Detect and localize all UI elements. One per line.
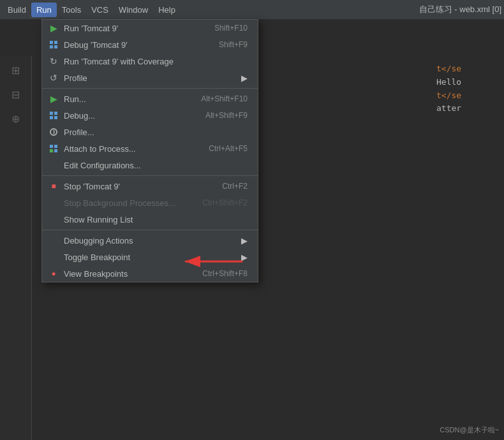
toggle-breakpoint-icon <box>47 252 60 262</box>
code-line-1: t</se <box>436 62 501 76</box>
menu-item-debug-actions[interactable]: Debugging Actions ▶ <box>42 232 258 249</box>
view-breakpoints-label: View Breakpoints <box>64 269 177 279</box>
debug-actions-icon <box>47 235 60 246</box>
svg-rect-10 <box>54 145 57 148</box>
stop-bg-icon <box>47 198 60 208</box>
svg-rect-7 <box>54 116 57 119</box>
svg-rect-12 <box>54 149 57 152</box>
menu-item-run-coverage[interactable]: ↻ Run 'Tomcat 9' with Coverage <box>42 53 258 70</box>
edit-config-icon <box>47 160 60 170</box>
svg-rect-11 <box>50 149 53 152</box>
svg-rect-2 <box>50 45 53 48</box>
svg-rect-9 <box>50 145 53 148</box>
stop-bg-shortcut: Ctrl+Shift+F2 <box>202 198 248 207</box>
debug-tomcat-shortcut: Shift+F9 <box>219 40 248 49</box>
menu-item-profile[interactable]: ↺ Profile ▶ <box>42 70 258 86</box>
menu-item-toggle-breakpoint[interactable]: Toggle Breakpoint ▶ <box>42 249 258 265</box>
profile-arrow-icon: ▶ <box>241 73 248 83</box>
menu-item-debug-tomcat[interactable]: Debug 'Tomcat 9' Shift+F9 <box>42 36 258 53</box>
stop-icon: ■ <box>47 181 60 191</box>
separator-1 <box>42 88 258 89</box>
run-dropdown-menu: ▶ Run 'Tomcat 9' Shift+F10 Debug 'Tomcat… <box>41 19 258 282</box>
svg-rect-3 <box>54 45 57 48</box>
menu-item-run-tomcat[interactable]: ▶ Run 'Tomcat 9' Shift+F10 <box>42 20 258 36</box>
menubar-item-window[interactable]: Window <box>114 3 153 17</box>
menubar-item-run[interactable]: Run <box>31 3 57 17</box>
sidebar-left: ⊞ ⊟ ⊕ <box>0 56 32 440</box>
menu-item-profile-dots[interactable]: Profile... <box>42 124 258 140</box>
menubar: Build Run Tools VCS Window Help 自己练习 - w… <box>0 0 504 19</box>
profile-dots-label: Profile... <box>64 128 222 137</box>
profile-dots-icon <box>47 127 60 137</box>
svg-rect-1 <box>54 41 57 44</box>
csdn-branding: CSDN@是木子啦~ <box>440 425 499 435</box>
debug-tomcat-label: Debug 'Tomcat 9' <box>64 40 193 50</box>
menu-item-edit-config[interactable]: Edit Configurations... <box>42 157 258 173</box>
run-tomcat-label: Run 'Tomcat 9' <box>64 24 189 33</box>
code-area: t</se Hello t</se atter <box>434 56 504 440</box>
menubar-item-tools[interactable]: Tools <box>57 3 86 17</box>
debug-dots-label: Debug... <box>64 111 180 121</box>
run-coverage-label: Run 'Tomcat 9' with Coverage <box>64 57 222 66</box>
svg-rect-5 <box>54 112 57 115</box>
svg-point-8 <box>50 129 57 135</box>
menu-item-view-breakpoints[interactable]: ● View Breakpoints Ctrl+Shift+F8 <box>42 265 258 282</box>
menu-item-show-running[interactable]: Show Running List <box>42 211 258 228</box>
view-breakpoints-shortcut: Ctrl+Shift+F8 <box>202 269 248 278</box>
sidebar-icon-3[interactable]: ⊕ <box>6 108 26 129</box>
sidebar-icon-2[interactable]: ⊟ <box>6 84 26 105</box>
debug-actions-arrow-icon: ▶ <box>241 236 248 246</box>
menu-item-debug-dots[interactable]: Debug... Alt+Shift+F9 <box>42 107 258 124</box>
toggle-breakpoint-arrow-icon: ▶ <box>241 253 248 262</box>
window-title: 自己练习 - web.xml [0] <box>419 4 501 15</box>
run-dots-shortcut: Alt+Shift+F10 <box>201 94 248 103</box>
edit-config-label: Edit Configurations... <box>64 161 222 170</box>
menubar-item-build[interactable]: Build <box>3 3 31 17</box>
attach-icon <box>47 143 60 154</box>
menu-item-run-dots[interactable]: ▶ Run... Alt+Shift+F10 <box>42 91 258 107</box>
sidebar-icon-1[interactable]: ⊞ <box>6 60 26 80</box>
menu-item-attach[interactable]: Attach to Process... Ctrl+Alt+F5 <box>42 140 258 157</box>
debug-dots-icon <box>47 110 60 121</box>
view-breakpoints-icon: ● <box>47 268 60 279</box>
menubar-item-help[interactable]: Help <box>153 3 181 17</box>
stop-tomcat-shortcut: Ctrl+F2 <box>222 182 248 191</box>
debug-actions-label: Debugging Actions <box>64 236 211 246</box>
run-tomcat-shortcut: Shift+F10 <box>214 24 248 33</box>
profile-label: Profile <box>64 73 211 83</box>
attach-shortcut: Ctrl+Alt+F5 <box>209 144 248 153</box>
stop-bg-label: Stop Background Processes... <box>64 198 177 208</box>
svg-rect-4 <box>50 112 53 115</box>
svg-rect-6 <box>50 116 53 119</box>
show-running-icon <box>47 214 60 224</box>
debug-icon <box>47 40 60 50</box>
separator-2 <box>42 175 258 176</box>
toggle-breakpoint-label: Toggle Breakpoint <box>64 253 211 262</box>
menu-item-stop-bg[interactable]: Stop Background Processes... Ctrl+Shift+… <box>42 194 258 211</box>
debug-dots-shortcut: Alt+Shift+F9 <box>205 111 248 120</box>
code-line-2: Hello <box>436 76 501 89</box>
show-running-label: Show Running List <box>64 215 222 224</box>
run-coverage-icon: ↻ <box>47 56 60 66</box>
run-icon: ▶ <box>47 23 60 33</box>
attach-label: Attach to Process... <box>64 144 183 154</box>
code-line-3: t</se <box>436 89 501 103</box>
profile-icon: ↺ <box>47 73 60 83</box>
separator-3 <box>42 230 258 230</box>
menubar-item-vcs[interactable]: VCS <box>86 3 114 17</box>
code-line-4: atter <box>436 102 501 115</box>
run-dots-label: Run... <box>64 94 175 104</box>
run-dots-icon: ▶ <box>47 94 60 104</box>
stop-tomcat-label: Stop 'Tomcat 9' <box>64 182 196 191</box>
svg-rect-0 <box>50 41 53 44</box>
menu-item-stop-tomcat[interactable]: ■ Stop 'Tomcat 9' Ctrl+F2 <box>42 178 258 194</box>
